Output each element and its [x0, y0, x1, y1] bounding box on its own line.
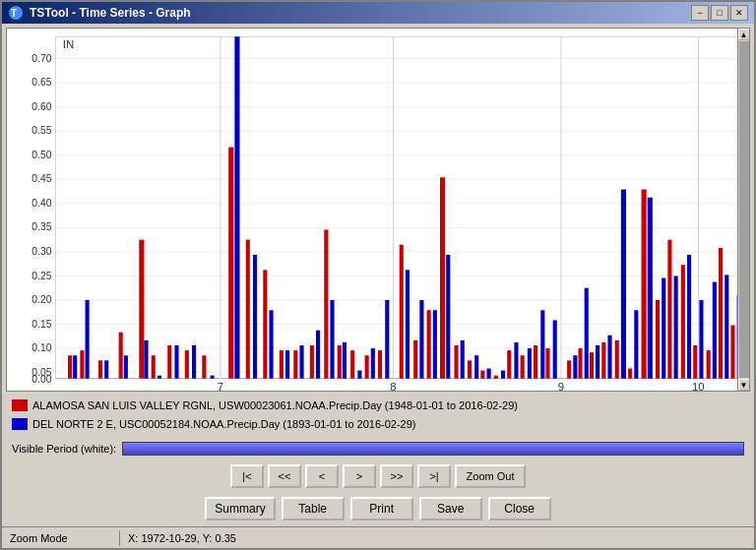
svg-rect-61 [211, 376, 215, 379]
svg-rect-86 [427, 310, 431, 379]
legend-color-red [12, 399, 28, 411]
svg-rect-75 [269, 310, 273, 379]
svg-text:0.40: 0.40 [32, 198, 51, 209]
svg-text:8: 8 [390, 381, 396, 391]
scroll-thumb[interactable] [739, 41, 749, 378]
svg-rect-46 [98, 360, 102, 378]
svg-rect-120 [719, 248, 723, 379]
svg-text:10: 10 [692, 381, 705, 391]
period-bar-inner [123, 443, 743, 455]
svg-rect-99 [446, 255, 450, 379]
scrollbar-right[interactable]: ▲ ▼ [737, 29, 749, 391]
svg-rect-79 [330, 300, 334, 379]
app-icon: T [8, 5, 24, 21]
window-close-button[interactable]: ✕ [730, 5, 748, 21]
svg-rect-128 [648, 198, 653, 379]
chart-svg: 0.70 0.65 0.60 0.55 0.50 0.45 0.40 0.35 … [7, 29, 749, 391]
svg-rect-96 [406, 270, 410, 378]
svg-rect-100 [461, 340, 465, 379]
svg-text:0.60: 0.60 [32, 101, 51, 112]
scroll-down-arrow[interactable]: ▼ [738, 379, 750, 391]
svg-text:0.35: 0.35 [32, 222, 51, 233]
svg-rect-73 [234, 36, 239, 379]
svg-rect-49 [152, 355, 156, 379]
svg-rect-94 [534, 345, 537, 379]
svg-text:0.55: 0.55 [32, 125, 51, 136]
next-large-button[interactable]: >> [380, 464, 413, 488]
zoom-out-button[interactable]: Zoom Out [455, 464, 526, 488]
maximize-button[interactable]: □ [711, 5, 728, 21]
svg-text:IN: IN [63, 38, 74, 50]
svg-rect-117 [681, 265, 685, 379]
minimize-button[interactable]: − [691, 5, 709, 21]
svg-text:0.50: 0.50 [32, 150, 51, 160]
close-button[interactable]: Close [488, 497, 551, 520]
svg-rect-52 [202, 355, 206, 379]
prev-button[interactable]: < [305, 464, 339, 488]
svg-rect-95 [545, 348, 549, 379]
print-button[interactable]: Print [350, 497, 413, 520]
svg-rect-127 [634, 310, 638, 379]
svg-rect-51 [185, 350, 189, 379]
svg-rect-112 [615, 340, 619, 379]
svg-rect-113 [628, 369, 632, 379]
svg-rect-84 [400, 245, 404, 379]
svg-rect-82 [371, 348, 375, 379]
status-coordinates: X: 1972-10-29, Y: 0.35 [120, 530, 244, 546]
svg-rect-118 [693, 345, 697, 379]
svg-rect-72 [378, 350, 382, 379]
next-button[interactable]: > [343, 464, 376, 488]
svg-rect-133 [713, 282, 717, 379]
svg-rect-116 [667, 240, 671, 379]
legend-item-1: ALAMOSA SAN LUIS VALLEY RGNL, USW0002306… [12, 397, 744, 414]
svg-rect-114 [642, 190, 647, 379]
svg-rect-90 [480, 371, 484, 379]
svg-text:0.25: 0.25 [32, 271, 51, 281]
first-button[interactable]: |< [230, 464, 264, 488]
svg-rect-119 [707, 350, 711, 379]
status-bar: Zoom Mode X: 1972-10-29, Y: 0.35 [2, 526, 754, 548]
svg-rect-71 [365, 355, 369, 379]
svg-text:9: 9 [558, 381, 564, 391]
last-button[interactable]: >| [417, 464, 451, 488]
action-buttons-row: Summary Table Print Save Close [6, 495, 750, 522]
svg-text:0.65: 0.65 [32, 77, 51, 88]
svg-text:0.00: 0.00 [32, 374, 51, 385]
scroll-up-arrow[interactable]: ▲ [738, 29, 750, 40]
svg-rect-111 [601, 342, 605, 379]
chart-area[interactable]: 0.70 0.65 0.60 0.55 0.50 0.45 0.40 0.35 … [6, 28, 750, 392]
svg-rect-134 [724, 275, 728, 378]
legend-label-1: ALAMOSA SAN LUIS VALLEY RGNL, USW0002306… [32, 397, 518, 414]
main-window: T TSTool - Time Series - Graph − □ ✕ [0, 0, 756, 550]
svg-rect-122 [573, 355, 577, 379]
prev-large-button[interactable]: << [268, 464, 301, 488]
svg-rect-115 [656, 300, 660, 379]
svg-rect-93 [521, 355, 525, 379]
table-button[interactable]: Table [282, 497, 345, 520]
svg-rect-76 [285, 350, 289, 379]
svg-rect-47 [119, 333, 123, 379]
svg-text:0.70: 0.70 [32, 53, 51, 64]
svg-rect-92 [507, 350, 511, 379]
svg-rect-126 [621, 190, 626, 379]
svg-rect-56 [124, 355, 128, 379]
svg-rect-62 [228, 148, 233, 379]
svg-rect-48 [139, 240, 144, 379]
svg-rect-105 [528, 348, 532, 379]
svg-rect-91 [494, 376, 498, 379]
svg-rect-69 [338, 345, 342, 379]
svg-rect-64 [263, 270, 267, 378]
svg-rect-98 [433, 310, 437, 379]
legend-area: ALAMOSA SAN LUIS VALLEY RGNL, USW0002306… [6, 395, 750, 437]
svg-rect-80 [343, 342, 346, 379]
svg-rect-63 [246, 240, 250, 379]
period-bar[interactable] [122, 442, 744, 456]
svg-rect-88 [454, 345, 458, 379]
svg-rect-74 [253, 255, 257, 379]
svg-text:0.20: 0.20 [32, 294, 51, 305]
svg-rect-78 [316, 331, 320, 379]
summary-button[interactable]: Summary [205, 497, 275, 520]
save-button[interactable]: Save [419, 497, 482, 520]
svg-rect-53 [73, 355, 77, 379]
svg-rect-131 [687, 255, 691, 379]
